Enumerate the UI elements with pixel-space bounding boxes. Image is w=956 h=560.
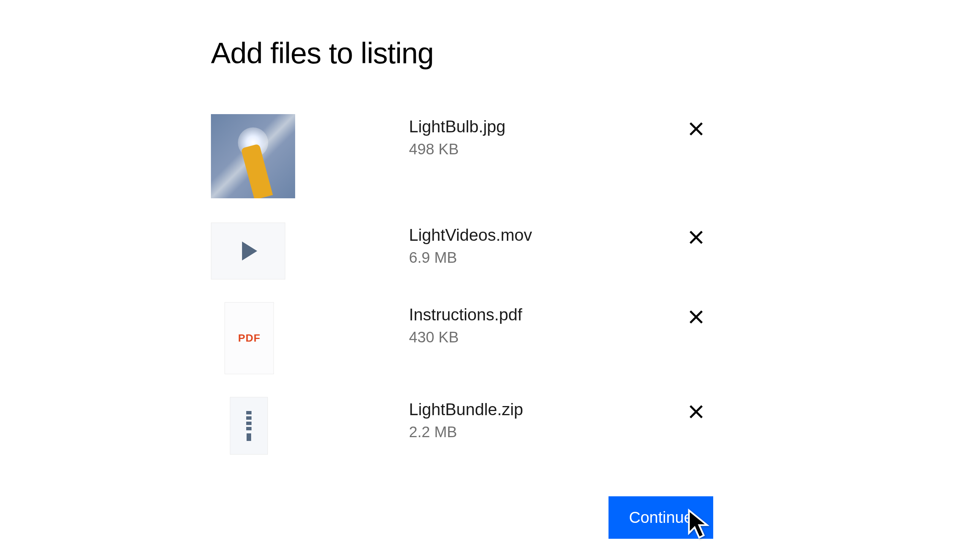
remove-file-button[interactable] [683,224,709,252]
file-size: 6.9 MB [409,249,683,266]
zip-icon [246,411,252,441]
file-name: LightBulb.jpg [409,117,683,136]
remove-file-button[interactable] [683,398,709,426]
close-icon [687,229,705,246]
file-info: Instructions.pdf 430 KB [409,302,683,346]
file-info: LightBundle.zip 2.2 MB [409,397,683,441]
continue-button[interactable]: Continue [609,496,713,539]
file-row: LightBundle.zip 2.2 MB [211,397,732,455]
dialog-title: Add files to listing [211,36,732,71]
file-thumbnail-pdf: PDF [225,302,274,374]
add-files-dialog: Add files to listing LightBulb.jpg 498 K… [0,0,732,539]
lightbulb-image-icon [211,114,295,198]
play-icon [242,242,257,260]
file-name: LightBundle.zip [409,400,683,419]
remove-file-button[interactable] [683,116,709,143]
file-thumbnail-zip [230,397,268,455]
file-row: PDF Instructions.pdf 430 KB [211,302,732,374]
file-thumbnail-video [211,223,285,279]
file-row: LightVideos.mov 6.9 MB [211,223,732,279]
file-size: 430 KB [409,329,683,346]
close-icon [687,308,705,326]
dialog-footer: Continue [211,496,732,539]
close-icon [687,403,705,420]
file-name: LightVideos.mov [409,226,683,245]
file-thumbnail-image [211,114,295,198]
file-list: LightBulb.jpg 498 KB LightVideos.mov 6.9… [211,114,732,477]
file-info: LightVideos.mov 6.9 MB [409,223,683,266]
file-info: LightBulb.jpg 498 KB [409,114,683,158]
file-size: 2.2 MB [409,424,683,441]
pdf-icon: PDF [238,332,261,344]
close-icon [687,120,705,138]
file-size: 498 KB [409,141,683,158]
file-name: Instructions.pdf [409,305,683,324]
remove-file-button[interactable] [683,304,709,331]
file-row: LightBulb.jpg 498 KB [211,114,732,198]
